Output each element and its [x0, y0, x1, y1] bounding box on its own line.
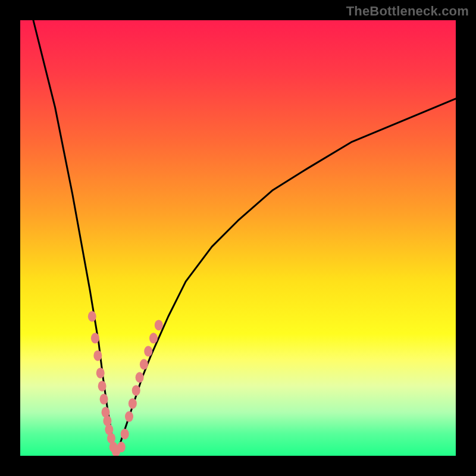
data-marker — [144, 346, 152, 356]
chart-frame: TheBottleneck.com — [0, 0, 476, 476]
chart-svg — [20, 20, 456, 456]
data-marker — [155, 320, 163, 330]
data-marker — [132, 385, 140, 396]
data-marker — [125, 411, 133, 422]
data-marker — [96, 368, 105, 378]
data-marker — [121, 428, 129, 439]
data-marker — [117, 441, 126, 452]
data-marker — [136, 372, 144, 383]
data-marker — [93, 350, 102, 361]
data-marker — [91, 333, 99, 343]
series-bottleneck_right — [116, 99, 456, 456]
data-marker — [140, 359, 148, 369]
data-marker — [98, 381, 107, 392]
plot-area — [20, 20, 456, 456]
data-marker — [129, 398, 137, 409]
watermark-text: TheBottleneck.com — [346, 4, 469, 19]
data-marker — [88, 311, 96, 322]
data-marker — [149, 333, 158, 343]
data-marker — [100, 394, 108, 405]
